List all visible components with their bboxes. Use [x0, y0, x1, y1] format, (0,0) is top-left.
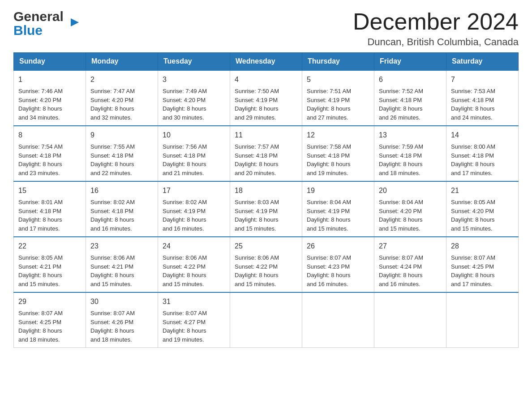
sunrise-info: Sunrise: 7:49 AM	[163, 87, 225, 96]
daylight-info: Daylight: 8 hours	[18, 104, 81, 113]
sunset-info: Sunset: 4:20 PM	[163, 96, 225, 105]
sunset-info: Sunset: 4:20 PM	[90, 96, 153, 105]
calendar-cell: 15Sunrise: 8:01 AMSunset: 4:18 PMDayligh…	[14, 181, 86, 237]
day-number: 31	[163, 296, 225, 307]
calendar-cell: 16Sunrise: 8:02 AMSunset: 4:18 PMDayligh…	[86, 181, 158, 237]
sunset-info: Sunset: 4:19 PM	[163, 207, 225, 216]
day-number: 1	[18, 74, 81, 85]
day-number: 3	[163, 74, 225, 85]
daylight-minutes: and 15 minutes.	[90, 280, 153, 289]
day-number: 18	[235, 185, 297, 196]
daylight-minutes: and 18 minutes.	[379, 169, 442, 178]
sunrise-info: Sunrise: 7:55 AM	[90, 142, 153, 151]
sunset-info: Sunset: 4:22 PM	[235, 262, 297, 271]
daylight-minutes: and 19 minutes.	[307, 169, 369, 178]
daylight-info: Daylight: 8 hours	[451, 215, 514, 224]
col-monday: Monday	[86, 53, 158, 71]
sunset-info: Sunset: 4:22 PM	[163, 262, 225, 271]
daylight-minutes: and 30 minutes.	[163, 113, 225, 122]
daylight-minutes: and 15 minutes.	[235, 224, 297, 233]
calendar-cell: 13Sunrise: 7:59 AMSunset: 4:18 PMDayligh…	[374, 126, 446, 181]
calendar-cell: 29Sunrise: 8:07 AMSunset: 4:25 PMDayligh…	[14, 292, 86, 348]
day-number: 15	[18, 185, 81, 196]
daylight-minutes: and 26 minutes.	[379, 113, 442, 122]
col-sunday: Sunday	[14, 53, 86, 71]
sunset-info: Sunset: 4:21 PM	[90, 262, 153, 271]
day-number: 17	[163, 185, 225, 196]
sunrise-info: Sunrise: 7:47 AM	[90, 87, 153, 96]
location: Duncan, British Columbia, Canada	[353, 36, 519, 48]
calendar-cell: 27Sunrise: 8:07 AMSunset: 4:24 PMDayligh…	[374, 237, 446, 292]
sunset-info: Sunset: 4:18 PM	[163, 151, 225, 160]
sunset-info: Sunset: 4:19 PM	[307, 207, 369, 216]
daylight-minutes: and 17 minutes.	[18, 224, 81, 233]
day-number: 21	[451, 185, 514, 196]
calendar-cell: 2Sunrise: 7:47 AMSunset: 4:20 PMDaylight…	[86, 70, 158, 126]
day-number: 26	[307, 241, 369, 252]
col-saturday: Saturday	[446, 53, 519, 71]
calendar-cell: 1Sunrise: 7:46 AMSunset: 4:20 PMDaylight…	[14, 70, 86, 126]
sunrise-info: Sunrise: 7:53 AM	[451, 87, 514, 96]
sunset-info: Sunset: 4:18 PM	[451, 96, 514, 105]
svg-marker-0	[71, 18, 79, 26]
day-number: 20	[379, 185, 442, 196]
day-number: 6	[379, 74, 442, 85]
daylight-minutes: and 22 minutes.	[90, 169, 153, 178]
sunrise-info: Sunrise: 8:06 AM	[235, 253, 297, 262]
sunset-info: Sunset: 4:18 PM	[18, 151, 81, 160]
sunrise-info: Sunrise: 8:07 AM	[163, 309, 225, 318]
calendar-cell: 7Sunrise: 7:53 AMSunset: 4:18 PMDaylight…	[446, 70, 519, 126]
daylight-info: Daylight: 8 hours	[18, 215, 81, 224]
daylight-info: Daylight: 8 hours	[451, 271, 514, 280]
day-number: 10	[163, 130, 225, 141]
daylight-minutes: and 20 minutes.	[235, 169, 297, 178]
page-header: General Blue December 2024 Duncan, Briti…	[13, 9, 519, 48]
daylight-info: Daylight: 8 hours	[90, 215, 153, 224]
calendar-cell: 11Sunrise: 7:57 AMSunset: 4:18 PMDayligh…	[230, 126, 302, 181]
logo: General Blue	[13, 9, 70, 38]
sunset-info: Sunset: 4:18 PM	[235, 151, 297, 160]
day-number: 14	[451, 130, 514, 141]
day-number: 24	[163, 241, 225, 252]
logo-blue-text: Blue	[13, 23, 70, 39]
daylight-info: Daylight: 8 hours	[90, 326, 153, 335]
calendar-table: Sunday Monday Tuesday Wednesday Thursday…	[13, 52, 519, 348]
calendar-cell: 18Sunrise: 8:03 AMSunset: 4:19 PMDayligh…	[230, 181, 302, 237]
daylight-info: Daylight: 8 hours	[451, 104, 514, 113]
daylight-info: Daylight: 8 hours	[90, 160, 153, 169]
calendar-cell: 31Sunrise: 8:07 AMSunset: 4:27 PMDayligh…	[158, 292, 230, 348]
sunrise-info: Sunrise: 8:04 AM	[307, 198, 369, 207]
calendar-cell: 20Sunrise: 8:04 AMSunset: 4:20 PMDayligh…	[374, 181, 446, 237]
sunrise-info: Sunrise: 8:01 AM	[18, 198, 81, 207]
daylight-info: Daylight: 8 hours	[307, 104, 369, 113]
calendar-cell: 6Sunrise: 7:52 AMSunset: 4:18 PMDaylight…	[374, 70, 446, 126]
calendar-week-3: 15Sunrise: 8:01 AMSunset: 4:18 PMDayligh…	[14, 181, 519, 237]
daylight-minutes: and 18 minutes.	[90, 335, 153, 344]
daylight-minutes: and 16 minutes.	[163, 224, 225, 233]
sunrise-info: Sunrise: 8:04 AM	[379, 198, 442, 207]
sunrise-info: Sunrise: 8:05 AM	[451, 198, 514, 207]
daylight-info: Daylight: 8 hours	[235, 215, 297, 224]
daylight-minutes: and 23 minutes.	[18, 169, 81, 178]
sunrise-info: Sunrise: 7:56 AM	[163, 142, 225, 151]
sunrise-info: Sunrise: 8:02 AM	[163, 198, 225, 207]
daylight-minutes: and 15 minutes.	[307, 224, 369, 233]
daylight-info: Daylight: 8 hours	[163, 215, 225, 224]
daylight-minutes: and 16 minutes.	[379, 280, 442, 289]
sunset-info: Sunset: 4:20 PM	[379, 207, 442, 216]
sunset-info: Sunset: 4:19 PM	[307, 96, 369, 105]
calendar-cell	[446, 292, 519, 348]
day-number: 2	[90, 74, 153, 85]
sunset-info: Sunset: 4:23 PM	[307, 262, 369, 271]
daylight-info: Daylight: 8 hours	[163, 271, 225, 280]
month-title: December 2024	[353, 9, 519, 34]
day-number: 12	[307, 130, 369, 141]
calendar-cell: 4Sunrise: 7:50 AMSunset: 4:19 PMDaylight…	[230, 70, 302, 126]
calendar-cell: 26Sunrise: 8:07 AMSunset: 4:23 PMDayligh…	[302, 237, 374, 292]
sunset-info: Sunset: 4:18 PM	[18, 207, 81, 216]
calendar-cell: 17Sunrise: 8:02 AMSunset: 4:19 PMDayligh…	[158, 181, 230, 237]
calendar-cell: 30Sunrise: 8:07 AMSunset: 4:26 PMDayligh…	[86, 292, 158, 348]
daylight-info: Daylight: 8 hours	[235, 271, 297, 280]
daylight-minutes: and 15 minutes.	[163, 280, 225, 289]
calendar-cell: 5Sunrise: 7:51 AMSunset: 4:19 PMDaylight…	[302, 70, 374, 126]
